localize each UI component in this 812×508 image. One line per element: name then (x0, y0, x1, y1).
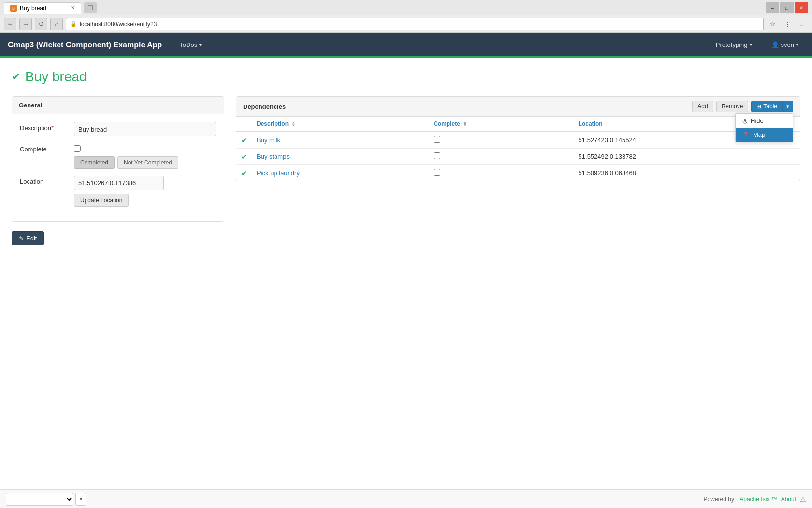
forward-button[interactable]: → (19, 18, 32, 30)
map-dropdown-item[interactable]: 📍 Map (736, 128, 793, 142)
row-complete-0 (429, 132, 573, 149)
complete-sort-icon: ⇕ (463, 121, 467, 127)
table-row: ✔ Buy milk 51.527423;0.145524 (236, 132, 800, 149)
completed-button[interactable]: Completed (74, 156, 115, 169)
browser-chrome: B Buy bread ✕ □ – □ ✕ ← → ↺ ⌂ 🔒 localhos… (0, 0, 812, 33)
row-description-2: Pick up laundry (252, 165, 429, 181)
location-input[interactable] (74, 176, 164, 190)
content-columns: General Description* Complete Completed (12, 96, 800, 222)
update-location-button[interactable]: Update Location (74, 194, 129, 207)
page-title: Buy bread (25, 69, 87, 85)
prototyping-label: Prototyping (716, 41, 748, 48)
add-button[interactable]: Add (692, 101, 713, 112)
general-panel: General Description* Complete Completed (12, 96, 224, 222)
toolbar-actions: ☆ ⋮ ≡ (767, 18, 808, 30)
back-button[interactable]: ← (4, 18, 16, 30)
refresh-button[interactable]: ↺ (35, 18, 47, 30)
maximize-button[interactable]: □ (780, 2, 794, 13)
description-sort-icon: ⇕ (291, 121, 295, 127)
row-complete-2 (429, 165, 573, 181)
address-lock-icon: 🔒 (70, 21, 77, 27)
navbar-right: Prototyping ▾ 👤 sven ▾ (710, 33, 804, 57)
tab-title: Buy bread (20, 5, 46, 12)
general-panel-body: Description* Complete Completed Not Yet … (12, 114, 224, 221)
table-view-caret-button[interactable]: ▾ (783, 101, 793, 112)
window-controls: – □ ✕ (766, 2, 808, 13)
row-complete-checkbox-1[interactable] (434, 152, 440, 159)
hide-dropdown-item[interactable]: ◎ Hide (736, 114, 793, 128)
map-label: Map (753, 131, 765, 138)
table-view-button[interactable]: ⊞ Table (751, 101, 783, 112)
table-icon: ⊞ (756, 103, 761, 110)
row-location-2: 51.509236;0.068468 (574, 165, 800, 181)
page-title-area: ✔ Buy bread (12, 69, 800, 85)
app-navbar: Gmap3 (Wicket Component) Example App ToD… (0, 33, 812, 58)
description-input[interactable] (74, 122, 216, 136)
row-location-1: 51.552492;0.133782 (574, 149, 800, 165)
powered-by-text: Powered by: (704, 496, 736, 503)
todos-label: ToDos (179, 41, 197, 48)
dependencies-table: Description ⇕ Complete ⇕ Location (236, 117, 800, 181)
home-button[interactable]: ⌂ (50, 18, 63, 30)
todos-nav-item[interactable]: ToDos ▾ (174, 33, 207, 57)
row-complete-checkbox-0[interactable] (434, 136, 440, 143)
main-content: ✔ Buy bread General Description* Complet… (0, 58, 812, 489)
edit-button[interactable]: ✎ Edit (12, 231, 44, 245)
warning-icon: ⚠ (800, 495, 806, 503)
minimize-button[interactable]: – (766, 2, 779, 13)
description-form-group: Description* (20, 122, 216, 136)
required-marker: * (51, 124, 54, 132)
footer-select-caret[interactable]: ▾ (75, 493, 86, 506)
dependencies-title: Dependencies (243, 103, 286, 110)
footer-select[interactable] (6, 493, 73, 506)
row-check-0: ✔ (236, 132, 252, 149)
apache-isis-link[interactable]: Apache Isis ™ (740, 496, 777, 503)
location-label: Location (20, 176, 68, 185)
app-brand: Gmap3 (Wicket Component) Example App (8, 41, 162, 49)
table-header-description[interactable]: Description ⇕ (252, 117, 429, 132)
browser-tab[interactable]: B Buy bread ✕ (4, 2, 81, 14)
address-url: localhost:8080/wicket/entity?3 (80, 21, 157, 28)
extensions-icon[interactable]: ⋮ (781, 18, 794, 30)
row-complete-1 (429, 149, 573, 165)
table-row: ✔ Buy stamps 51.552492;0.133782 (236, 149, 800, 165)
remove-button[interactable]: Remove (716, 101, 749, 112)
tab-close-button[interactable]: ✕ (71, 5, 75, 11)
dependencies-panel: Dependencies Add Remove ⊞ Table ▾ ◎ (236, 96, 800, 181)
description-label: Description* (20, 122, 68, 132)
row-description-0: Buy milk (252, 132, 429, 149)
row-check-2: ✔ (236, 165, 252, 181)
not-yet-completed-button[interactable]: Not Yet Completed (117, 156, 178, 169)
row-complete-checkbox-2[interactable] (434, 169, 440, 176)
location-form-group: Location Update Location (20, 176, 216, 207)
table-btn-group: ⊞ Table ▾ ◎ Hide 📍 Map (751, 101, 793, 112)
menu-icon[interactable]: ≡ (796, 18, 808, 30)
complete-form-group: Complete Completed Not Yet Completed (20, 143, 216, 169)
user-nav-item[interactable]: 👤 sven ▾ (766, 33, 804, 57)
general-panel-header: General (12, 97, 224, 114)
row-description-1: Buy stamps (252, 149, 429, 165)
dependencies-panel-header: Dependencies Add Remove ⊞ Table ▾ ◎ (236, 97, 800, 117)
browser-toolbar: ← → ↺ ⌂ 🔒 localhost:8080/wicket/entity?3… (0, 15, 812, 33)
bookmark-icon[interactable]: ☆ (767, 18, 779, 30)
complete-checkbox[interactable] (74, 145, 81, 152)
table-header-complete[interactable]: Complete ⇕ (429, 117, 573, 132)
page-title-check-icon: ✔ (12, 71, 20, 83)
address-bar[interactable]: 🔒 localhost:8080/wicket/entity?3 (66, 18, 764, 30)
close-button[interactable]: ✕ (795, 2, 808, 13)
prototyping-nav-item[interactable]: Prototyping ▾ (710, 33, 758, 57)
dependencies-actions: Add Remove ⊞ Table ▾ ◎ Hide (692, 101, 793, 112)
edit-area: ✎ Edit (12, 231, 800, 245)
user-icon: 👤 (771, 41, 779, 48)
edit-pencil-icon: ✎ (19, 235, 24, 242)
prototyping-caret-icon: ▾ (750, 42, 752, 47)
footer-select-wrapper: ▾ (6, 493, 86, 506)
user-label: sven (781, 41, 794, 48)
footer-right: Powered by: Apache Isis ™ About ⚠ (704, 495, 806, 503)
user-caret-icon: ▾ (796, 42, 798, 47)
table-header-checkmark (236, 117, 252, 132)
about-link[interactable]: About (781, 496, 796, 503)
hide-label: Hide (751, 117, 764, 124)
todos-caret-icon: ▾ (199, 42, 202, 47)
new-tab-button[interactable]: □ (84, 2, 97, 13)
